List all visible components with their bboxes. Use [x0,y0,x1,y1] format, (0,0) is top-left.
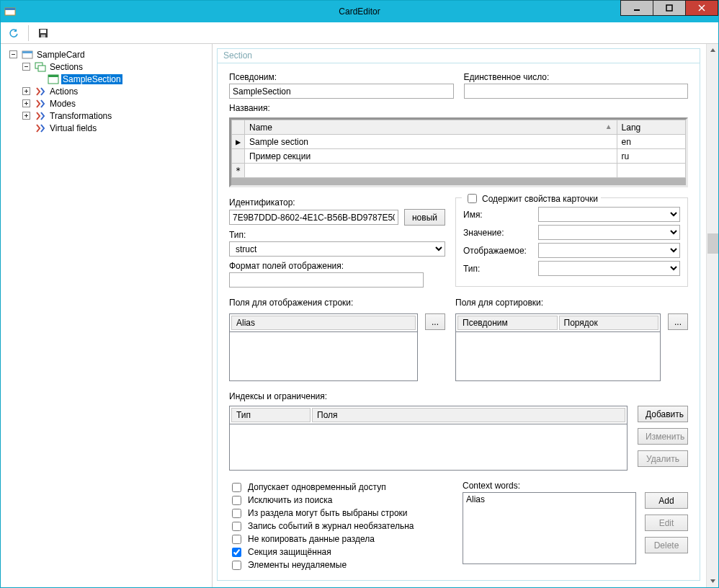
new-id-button[interactable]: новый [404,209,445,226]
expand-icon[interactable] [22,112,30,120]
singular-input[interactable] [464,84,689,99]
sort-label: Поля для сортировки: [455,298,688,308]
check-exclude-search[interactable] [232,496,241,505]
names-label: Названия: [229,103,270,113]
card-icon [22,49,33,61]
tree-virtual-fields[interactable]: Virtual fields [21,122,209,134]
scroll-down-icon[interactable] [707,575,718,587]
indexes-add-button[interactable]: Добавить [638,406,688,422]
col-alias[interactable]: Alias [231,316,416,330]
prop-name-label: Имя: [463,210,532,220]
indexes-label: Индексы и ограничения: [229,391,327,401]
format-label: Формат полей отображения: [229,261,445,271]
cell[interactable]: Sample section [245,135,617,149]
collapse-icon[interactable] [22,63,30,71]
display-fields-label: Поля для отображения строки: [229,298,445,308]
tree-modes[interactable]: Modes [21,97,209,110]
format-input[interactable] [229,272,424,288]
close-button[interactable] [685,0,718,16]
form-panel: Section Псевдоним: Единственное число: [213,44,706,587]
cell[interactable]: en [617,135,685,149]
type-label: Тип: [229,230,445,240]
refresh-button[interactable] [5,24,22,42]
tree-transformations[interactable]: Transformations [21,110,209,122]
names-grid[interactable]: Name▲ Lang ▶ Sample section en [229,117,688,187]
check-label: Из раздела могут быть выбраны строки [248,508,408,518]
prop-type-select[interactable] [538,261,680,276]
sort-browse-button[interactable]: ... [668,313,688,330]
singular-label: Единственное число: [464,72,689,82]
check-label: Исключить из поиска [248,495,332,505]
id-label: Идентификатор: [229,197,445,208]
id-input[interactable] [229,210,398,225]
cell[interactable]: Пример секции [245,149,617,164]
cardprops-check[interactable] [468,194,477,203]
col-idx-fields[interactable]: Поля [312,408,625,422]
scroll-thumb[interactable] [707,233,718,254]
titlebar[interactable]: CardEditor [1,1,718,22]
expand-icon[interactable] [22,87,30,95]
tree-panel[interactable]: SampleCard Sections [1,44,213,587]
context-edit-button[interactable]: Edit [645,514,688,531]
tree-actions[interactable]: Actions [21,85,209,97]
alias-input[interactable] [229,84,454,99]
app-window: CardEditor SampleCard [0,0,719,588]
maximize-button[interactable] [653,0,686,16]
svg-rect-14 [48,75,58,77]
tree-sections[interactable]: Sections [21,61,209,73]
context-list[interactable]: Alias [463,492,636,564]
scroll-up-icon[interactable] [707,44,718,56]
cardprops-fieldset: Содержит свойства карточки Имя: Значение… [455,197,688,287]
tree-sample-section[interactable]: SampleSection [34,73,209,85]
col-sort-order[interactable]: Порядок [559,316,659,330]
check-label: Запись событий в журнал необязательна [248,521,414,531]
svg-rect-7 [40,30,46,33]
display-fields-browse-button[interactable]: ... [425,313,445,330]
check-rows-select[interactable] [232,509,241,518]
cell[interactable]: ru [617,149,685,164]
col-lang[interactable]: Lang [617,120,685,135]
check-no-copy[interactable] [232,535,241,544]
type-select[interactable]: struct [229,241,445,257]
svg-rect-12 [38,66,45,71]
sort-grid[interactable]: Псевдоним Порядок [455,313,661,332]
virtual-fields-icon [35,122,46,134]
alias-label: Псевдоним: [229,72,454,82]
prop-display-select[interactable] [538,243,680,258]
indexes-edit-button[interactable]: Изменить [638,428,688,445]
modes-icon [35,98,46,110]
sections-icon [35,61,46,73]
check-no-delete[interactable] [232,561,241,570]
save-button[interactable] [35,24,52,42]
window-title: CardEditor [1,6,718,17]
display-fields-grid[interactable]: Alias [229,313,418,332]
check-label: Не копировать данные раздела [248,534,375,544]
tree-root[interactable]: SampleCard [8,48,209,61]
prop-value-select[interactable] [538,225,680,240]
svg-rect-8 [41,35,45,37]
section-icon [48,74,59,85]
list-item[interactable]: Alias [466,494,633,504]
collapse-icon[interactable] [9,50,17,58]
prop-name-select[interactable] [538,207,680,222]
check-concurrent[interactable] [232,483,241,492]
separator [28,25,29,41]
svg-rect-10 [22,51,32,53]
prop-value-label: Значение: [463,228,532,238]
indexes-delete-button[interactable]: Удалить [638,450,688,467]
col-name[interactable]: Name [249,122,272,133]
col-sort-alias[interactable]: Псевдоним [457,316,558,330]
context-label: Context words: [463,481,688,491]
check-log-optional[interactable] [232,522,241,531]
svg-rect-1 [5,8,15,10]
check-label: Элементы неудаляемые [248,560,347,570]
context-add-button[interactable]: Add [645,492,688,509]
prop-display-label: Отображаемое: [463,246,532,256]
check-protected[interactable] [232,548,241,557]
indexes-grid[interactable]: Тип Поля [229,406,628,424]
expand-icon[interactable] [22,99,30,107]
context-delete-button[interactable]: Delete [645,537,688,553]
col-idx-type[interactable]: Тип [231,408,311,422]
vertical-scrollbar[interactable] [706,44,718,587]
minimize-button[interactable] [620,0,653,16]
